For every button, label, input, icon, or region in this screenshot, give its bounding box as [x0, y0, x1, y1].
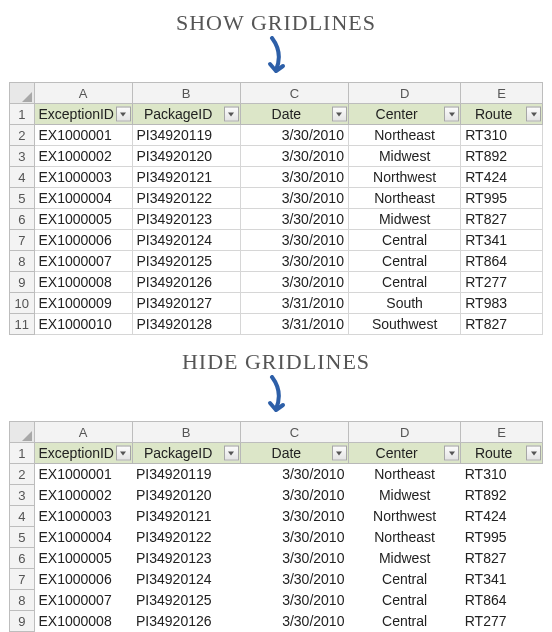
column-header-e[interactable]: E: [461, 83, 543, 104]
cell-route[interactable]: RT424: [461, 506, 543, 527]
spreadsheet-hide-gridlines[interactable]: ABCDE1ExceptionIDPackageIDDateCenterRout…: [9, 421, 543, 632]
cell-route[interactable]: RT424: [461, 167, 543, 188]
cell-packageid[interactable]: PI34920125: [132, 251, 240, 272]
cell-date[interactable]: 3/30/2010: [240, 485, 348, 506]
cell-date[interactable]: 3/30/2010: [240, 188, 348, 209]
cell-date[interactable]: 3/30/2010: [240, 527, 348, 548]
column-header-c[interactable]: C: [240, 83, 348, 104]
cell-packageid[interactable]: PI34920128: [132, 314, 240, 335]
filter-dropdown-icon[interactable]: [332, 107, 347, 122]
cell-date[interactable]: 3/30/2010: [240, 125, 348, 146]
cell-date[interactable]: 3/30/2010: [240, 272, 348, 293]
table-header-center[interactable]: Center: [348, 443, 460, 464]
cell-exceptionid[interactable]: EX1000003: [34, 506, 132, 527]
cell-date[interactable]: 3/30/2010: [240, 548, 348, 569]
cell-exceptionid[interactable]: EX1000003: [34, 167, 132, 188]
table-header-date[interactable]: Date: [240, 104, 348, 125]
cell-route[interactable]: RT995: [461, 527, 543, 548]
cell-route[interactable]: RT827: [461, 548, 543, 569]
cell-packageid[interactable]: PI34920124: [132, 230, 240, 251]
spreadsheet-show-gridlines[interactable]: ABCDE1ExceptionIDPackageIDDateCenterRout…: [9, 82, 543, 335]
cell-packageid[interactable]: PI34920121: [132, 167, 240, 188]
table-header-route[interactable]: Route: [461, 443, 543, 464]
column-header-b[interactable]: B: [132, 422, 240, 443]
cell-center[interactable]: Central: [348, 272, 460, 293]
row-header[interactable]: 4: [10, 167, 35, 188]
cell-exceptionid[interactable]: EX1000010: [34, 314, 132, 335]
table-header-date[interactable]: Date: [240, 443, 348, 464]
cell-packageid[interactable]: PI34920122: [132, 527, 240, 548]
filter-dropdown-icon[interactable]: [444, 446, 459, 461]
row-header[interactable]: 9: [10, 272, 35, 293]
cell-center[interactable]: Midwest: [348, 209, 460, 230]
row-header[interactable]: 5: [10, 188, 35, 209]
cell-date[interactable]: 3/30/2010: [240, 209, 348, 230]
cell-exceptionid[interactable]: EX1000008: [34, 611, 132, 632]
cell-packageid[interactable]: PI34920127: [132, 293, 240, 314]
cell-exceptionid[interactable]: EX1000007: [34, 590, 132, 611]
cell-date[interactable]: 3/30/2010: [240, 506, 348, 527]
cell-center[interactable]: Northeast: [348, 125, 460, 146]
row-header[interactable]: 7: [10, 569, 35, 590]
column-header-a[interactable]: A: [34, 422, 132, 443]
cell-route[interactable]: RT277: [461, 272, 543, 293]
row-header[interactable]: 10: [10, 293, 35, 314]
select-all-corner[interactable]: [10, 83, 35, 104]
column-header-d[interactable]: D: [348, 422, 460, 443]
filter-dropdown-icon[interactable]: [332, 446, 347, 461]
table-header-exception[interactable]: ExceptionID: [34, 443, 132, 464]
cell-exceptionid[interactable]: EX1000006: [34, 569, 132, 590]
cell-packageid[interactable]: PI34920126: [132, 611, 240, 632]
cell-date[interactable]: 3/30/2010: [240, 167, 348, 188]
row-header[interactable]: 2: [10, 125, 35, 146]
cell-exceptionid[interactable]: EX1000004: [34, 188, 132, 209]
column-header-a[interactable]: A: [34, 83, 132, 104]
cell-date[interactable]: 3/30/2010: [240, 251, 348, 272]
cell-route[interactable]: RT864: [461, 251, 543, 272]
cell-center[interactable]: Central: [348, 230, 460, 251]
cell-route[interactable]: RT341: [461, 569, 543, 590]
cell-exceptionid[interactable]: EX1000001: [34, 125, 132, 146]
filter-dropdown-icon[interactable]: [444, 107, 459, 122]
cell-center[interactable]: Northwest: [348, 506, 460, 527]
row-header[interactable]: 6: [10, 209, 35, 230]
cell-route[interactable]: RT310: [461, 125, 543, 146]
cell-packageid[interactable]: PI34920123: [132, 548, 240, 569]
cell-route[interactable]: RT864: [461, 590, 543, 611]
cell-date[interactable]: 3/30/2010: [240, 146, 348, 167]
column-header-d[interactable]: D: [348, 83, 460, 104]
cell-center[interactable]: Midwest: [348, 146, 460, 167]
cell-date[interactable]: 3/30/2010: [240, 464, 348, 485]
row-header[interactable]: 7: [10, 230, 35, 251]
cell-packageid[interactable]: PI34920122: [132, 188, 240, 209]
row-header[interactable]: 3: [10, 485, 35, 506]
cell-exceptionid[interactable]: EX1000002: [34, 146, 132, 167]
row-header[interactable]: 8: [10, 590, 35, 611]
cell-route[interactable]: RT892: [461, 146, 543, 167]
row-header[interactable]: 6: [10, 548, 35, 569]
cell-date[interactable]: 3/31/2010: [240, 314, 348, 335]
filter-dropdown-icon[interactable]: [224, 107, 239, 122]
table-header-center[interactable]: Center: [348, 104, 460, 125]
cell-exceptionid[interactable]: EX1000008: [34, 272, 132, 293]
cell-center[interactable]: Midwest: [348, 485, 460, 506]
filter-dropdown-icon[interactable]: [526, 107, 541, 122]
cell-packageid[interactable]: PI34920119: [132, 125, 240, 146]
row-header[interactable]: 1: [10, 443, 35, 464]
cell-center[interactable]: Northeast: [348, 464, 460, 485]
cell-packageid[interactable]: PI34920121: [132, 506, 240, 527]
cell-route[interactable]: RT277: [461, 611, 543, 632]
cell-exceptionid[interactable]: EX1000002: [34, 485, 132, 506]
cell-route[interactable]: RT983: [461, 293, 543, 314]
cell-route[interactable]: RT341: [461, 230, 543, 251]
cell-packageid[interactable]: PI34920123: [132, 209, 240, 230]
cell-packageid[interactable]: PI34920124: [132, 569, 240, 590]
table-header-package[interactable]: PackageID: [132, 104, 240, 125]
cell-packageid[interactable]: PI34920120: [132, 146, 240, 167]
cell-center[interactable]: Midwest: [348, 548, 460, 569]
cell-route[interactable]: RT310: [461, 464, 543, 485]
row-header[interactable]: 8: [10, 251, 35, 272]
cell-exceptionid[interactable]: EX1000007: [34, 251, 132, 272]
row-header[interactable]: 11: [10, 314, 35, 335]
cell-packageid[interactable]: PI34920120: [132, 485, 240, 506]
